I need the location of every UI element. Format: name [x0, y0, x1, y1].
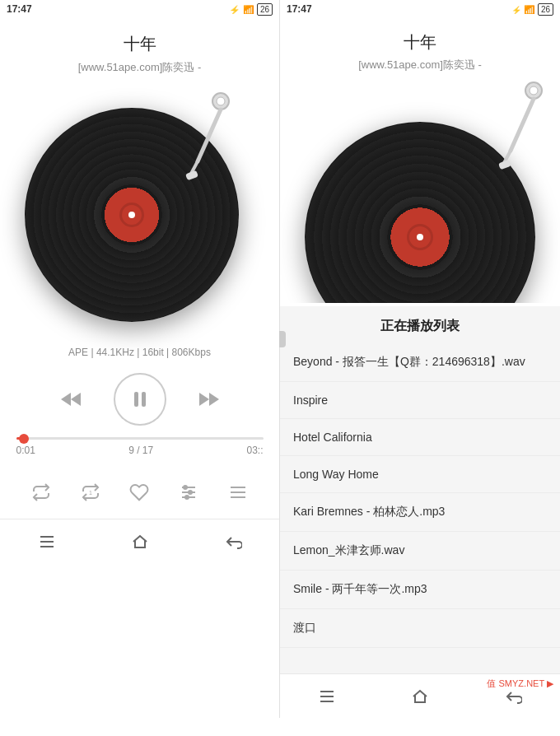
svg-point-3	[217, 97, 225, 105]
svg-marker-11	[199, 393, 209, 406]
svg-point-18	[189, 491, 192, 494]
status-icons-left: ⚡ 📶 26	[229, 3, 273, 16]
nav-menu-right[interactable]	[309, 678, 345, 715]
progress-dot	[19, 434, 29, 444]
vinyl-dot-right	[417, 234, 423, 240]
battery-left: 26	[257, 3, 273, 16]
svg-line-30	[511, 99, 534, 151]
progress-container[interactable]: 0:01 9 / 17 03::	[16, 437, 264, 456]
svg-text:⚡: ⚡	[511, 5, 521, 14]
playback-controls	[53, 373, 227, 426]
svg-point-29	[530, 86, 538, 95]
equalizer-button[interactable]	[174, 477, 203, 507]
vinyl-container-left	[25, 91, 255, 322]
prev-button[interactable]	[53, 381, 89, 417]
wifi-icon-left: 📶	[243, 4, 254, 14]
watermark-site: SMYZ.NET	[499, 678, 544, 688]
status-bar-right: 17:47 ⚡ 📶 26	[280, 0, 560, 18]
audio-info: APE | 44.1KHz | 16bit | 806Kbps	[68, 347, 211, 358]
pause-button[interactable]	[114, 373, 166, 426]
next-button[interactable]	[191, 381, 227, 417]
svg-text:1: 1	[89, 490, 92, 496]
playlist-item[interactable]: Inspire	[280, 382, 560, 419]
status-bar-left: 17:47 ⚡ 📶 26	[0, 0, 279, 18]
time-row: 0:01 9 / 17 03::	[16, 445, 264, 456]
watermark-suffix: ▶	[547, 678, 553, 688]
playlist-items: Beyond - 报答一生【Q群：214696318】.wavInspireHo…	[280, 343, 560, 673]
nav-home-right[interactable]	[402, 678, 438, 715]
svg-text:📶: 📶	[243, 4, 254, 14]
vinyl-center-dot-left	[128, 212, 135, 218]
song-title-right: 十年	[280, 18, 560, 54]
vinyl-center-right	[407, 224, 433, 250]
player-panel: 17:47 ⚡ 📶 26 十年 [www.51ape.com]陈奕迅 -	[0, 0, 280, 718]
like-button[interactable]	[124, 477, 154, 507]
right-panel: 17:47 ⚡ 📶 26 十年 [www.51ape.com]陈奕迅 -	[280, 0, 560, 718]
svg-marker-7	[61, 393, 71, 406]
playlist-item[interactable]: Beyond - 报答一生【Q群：214696318】.wav	[280, 343, 560, 382]
playlist-header: 正在播放列表	[280, 306, 560, 343]
nav-home-left[interactable]	[122, 524, 158, 560]
playlist-item[interactable]: Kari Bremnes - 柏林恋人.mp3	[280, 493, 560, 532]
right-vinyl-area	[280, 81, 560, 303]
playlist-button[interactable]	[223, 477, 253, 507]
svg-rect-9	[134, 392, 138, 407]
svg-text:📶: 📶	[524, 4, 535, 14]
time-total: 03::	[246, 445, 263, 456]
song-subtitle-left: [www.51ape.com]陈奕迅 -	[78, 60, 202, 75]
battery-right: 26	[538, 3, 553, 16]
vinyl-center-left	[119, 203, 144, 227]
tonearm-right	[486, 81, 552, 179]
song-subtitle-right: [www.51ape.com]陈奕迅 -	[280, 58, 560, 72]
time-right: 17:47	[287, 3, 312, 15]
tonearm-left	[173, 91, 239, 190]
progress-bar[interactable]	[16, 437, 264, 440]
svg-rect-10	[142, 392, 146, 407]
playlist-item[interactable]: Lemon_米津玄师.wav	[280, 532, 560, 571]
wifi-icon-right: 📶	[524, 4, 535, 14]
time-current: 0:01	[16, 445, 35, 456]
bluetooth-icon-right: ⚡	[511, 4, 521, 14]
playlist-item[interactable]: Long Way Home	[280, 456, 560, 493]
playlist-item[interactable]: 渡口	[280, 609, 560, 648]
watermark: 值 SMYZ.NET ▶	[487, 678, 553, 690]
playlist-item[interactable]: Smile - 两千年等一次.mp3	[280, 571, 560, 609]
svg-marker-12	[209, 393, 219, 406]
status-icons-right: ⚡ 📶 26	[511, 3, 553, 16]
nav-menu-left[interactable]	[29, 524, 65, 560]
bluetooth-icon: ⚡	[229, 4, 240, 14]
watermark-prefix: 值	[487, 678, 496, 688]
playlist-panel: 正在播放列表 Beyond - 报答一生【Q群：214696318】.wavIn…	[280, 306, 560, 673]
svg-text:⚡: ⚡	[229, 4, 240, 14]
playlist-item[interactable]: Hotel California	[280, 419, 560, 456]
right-player-top: 十年 [www.51ape.com]陈奕迅 -	[280, 18, 560, 306]
svg-line-4	[198, 109, 221, 161]
bottom-icons: 1	[0, 466, 279, 519]
loop-button[interactable]: 1	[76, 477, 105, 507]
repeat-button[interactable]	[26, 477, 56, 507]
svg-point-19	[185, 496, 189, 499]
nav-bar-left	[0, 519, 279, 563]
playlist-arrow-tab	[279, 331, 286, 347]
nav-back-left[interactable]	[215, 524, 251, 560]
track-position: 9 / 17	[128, 445, 153, 456]
song-title-left: 十年	[124, 33, 156, 55]
svg-marker-8	[71, 393, 81, 406]
time-left: 17:47	[7, 3, 32, 15]
svg-point-17	[184, 486, 187, 489]
